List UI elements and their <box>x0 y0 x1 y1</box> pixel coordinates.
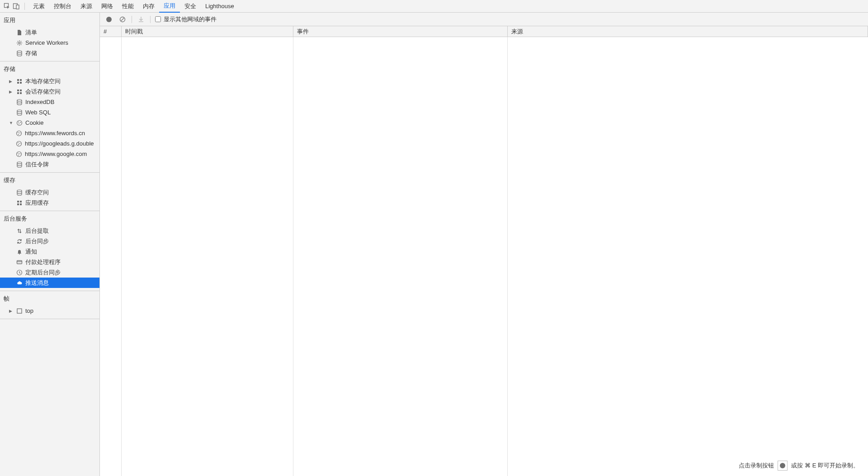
svg-rect-36 <box>20 203 22 205</box>
grid-icon <box>16 199 23 207</box>
sidebar-item-缓存空间[interactable]: 缓存空间 <box>0 187 99 198</box>
col-header-index[interactable]: # <box>100 26 122 37</box>
svg-rect-2 <box>16 5 19 9</box>
section-app: 应用 <box>0 13 99 27</box>
col-header-source[interactable]: 来源 <box>508 26 868 37</box>
svg-point-37 <box>19 254 20 254</box>
content-panel: 显示其他网域的事件 # 时间戳 事件 来源 点击录制按钮 <box>100 13 868 476</box>
sidebar-item-label: 推送消息 <box>25 279 49 287</box>
sidebar-item-label: Cookie <box>25 119 43 126</box>
svg-rect-41 <box>17 309 22 313</box>
application-sidebar: 应用清单Service Workers存储存储▶本地存储空间▶会话存储空间Ind… <box>0 13 100 476</box>
sidebar-item-indexeddb[interactable]: IndexedDB <box>0 97 99 107</box>
record-button[interactable] <box>104 15 113 24</box>
svg-point-42 <box>106 17 112 22</box>
chevron-right-icon: ▶ <box>9 309 14 313</box>
tab-安全[interactable]: 安全 <box>180 0 201 13</box>
svg-rect-12 <box>20 92 22 94</box>
svg-point-16 <box>18 122 19 123</box>
sidebar-item-推送消息[interactable]: 推送消息 <box>0 278 99 288</box>
svg-point-30 <box>18 155 19 156</box>
svg-rect-5 <box>17 79 19 81</box>
cookie-icon <box>15 151 23 158</box>
download-button[interactable] <box>137 15 146 24</box>
gear-icon <box>16 39 23 47</box>
sidebar-item-付款处理程序[interactable]: 付款处理程序 <box>0 257 99 267</box>
tab-控制台[interactable]: 控制台 <box>49 0 76 13</box>
sidebar-item-web-sql[interactable]: Web SQL <box>0 107 99 118</box>
tab-网络[interactable]: 网络 <box>97 0 118 13</box>
inspect-element-icon[interactable] <box>3 2 12 11</box>
sidebar-item-cookie[interactable]: ▼Cookie <box>0 118 99 128</box>
show-other-domains-checkbox[interactable]: 显示其他网域的事件 <box>155 15 217 24</box>
sidebar-item-label: 通知 <box>25 248 37 256</box>
col-header-event[interactable]: 事件 <box>293 26 508 37</box>
sidebar-item-label: 后台提取 <box>25 227 49 235</box>
sidebar-item-后台提取[interactable]: 后台提取 <box>0 226 99 236</box>
clear-button[interactable] <box>118 15 127 24</box>
svg-point-18 <box>19 123 19 124</box>
tab-元素[interactable]: 元素 <box>28 0 49 13</box>
sidebar-item-service-workers[interactable]: Service Workers <box>0 38 99 48</box>
svg-rect-7 <box>17 82 19 84</box>
svg-point-14 <box>17 110 22 112</box>
frame-icon <box>16 307 23 315</box>
device-toggle-icon[interactable] <box>12 2 21 11</box>
db-icon <box>16 50 23 57</box>
svg-point-3 <box>19 42 20 44</box>
svg-point-20 <box>18 132 19 133</box>
recording-hint: 点击录制按钮 或按 ⌘ E 即可开始录制。 <box>739 461 859 471</box>
checkbox-label: 显示其他网域的事件 <box>164 15 217 24</box>
sidebar-item-label: 缓存空间 <box>25 189 49 197</box>
sidebar-item-应用缓存[interactable]: 应用缓存 <box>0 198 99 208</box>
svg-point-23 <box>17 141 22 146</box>
sidebar-item-label: https://googleads.g.double <box>25 140 94 147</box>
svg-line-44 <box>121 18 124 21</box>
section-bg: 后台服务 <box>0 211 99 226</box>
bell-icon <box>16 248 23 255</box>
separator <box>132 16 132 23</box>
sidebar-item-label: top <box>25 307 33 314</box>
sidebar-item-会话存储空间[interactable]: ▶会话存储空间 <box>0 86 99 97</box>
file-icon <box>16 29 23 36</box>
sidebar-item-后台同步[interactable]: 后台同步 <box>0 236 99 246</box>
sidebar-item-label: Web SQL <box>25 109 51 116</box>
sidebar-item-top[interactable]: ▶top <box>0 306 99 316</box>
sidebar-item-本地存储空间[interactable]: ▶本地存储空间 <box>0 76 99 86</box>
sidebar-item-label: https://www.google.com <box>25 151 87 157</box>
cookie-icon <box>15 130 23 137</box>
sidebar-item-https://googleads.g.double[interactable]: https://googleads.g.double <box>0 138 99 149</box>
tab-lighthouse[interactable]: Lighthouse <box>201 0 239 13</box>
push-messages-toolbar: 显示其他网域的事件 <box>100 13 868 26</box>
sidebar-item-通知[interactable]: 通知 <box>0 246 99 257</box>
sidebar-item-https://www.google.com[interactable]: https://www.google.com <box>0 149 99 159</box>
sidebar-item-定期后台同步[interactable]: 定期后台同步 <box>0 267 99 278</box>
svg-point-25 <box>19 143 20 144</box>
show-other-domains-input[interactable] <box>155 16 161 22</box>
sidebar-item-label: 清单 <box>25 28 37 37</box>
sidebar-item-label: 会话存储空间 <box>25 88 61 96</box>
sidebar-item-存储[interactable]: 存储 <box>0 48 99 58</box>
svg-point-31 <box>17 162 22 164</box>
svg-rect-9 <box>17 90 19 91</box>
svg-rect-10 <box>20 90 22 91</box>
tab-内存[interactable]: 内存 <box>138 0 159 13</box>
svg-point-28 <box>18 153 19 154</box>
chevron-right-icon: ▶ <box>9 79 14 84</box>
sidebar-item-信任令牌[interactable]: 信任令牌 <box>0 159 99 170</box>
tab-性能[interactable]: 性能 <box>118 0 138 13</box>
section-storage: 存储 <box>0 61 99 76</box>
svg-point-32 <box>17 190 22 192</box>
devtools-tabs-bar: 元素控制台来源网络性能内存应用安全Lighthouse <box>0 0 868 13</box>
hint-after: 或按 ⌘ E 即可开始录制。 <box>791 462 859 470</box>
tab-来源[interactable]: 来源 <box>76 0 97 13</box>
sidebar-item-https://www.fewords.cn[interactable]: https://www.fewords.cn <box>0 128 99 138</box>
col-header-timestamp[interactable]: 时间戳 <box>122 26 293 37</box>
chevron-right-icon: ▶ <box>9 90 14 94</box>
tab-应用[interactable]: 应用 <box>159 0 180 13</box>
sidebar-item-清单[interactable]: 清单 <box>0 27 99 38</box>
svg-rect-6 <box>20 79 22 81</box>
svg-rect-11 <box>17 92 19 94</box>
sidebar-item-label: 付款处理程序 <box>25 258 61 266</box>
svg-rect-35 <box>17 203 19 205</box>
